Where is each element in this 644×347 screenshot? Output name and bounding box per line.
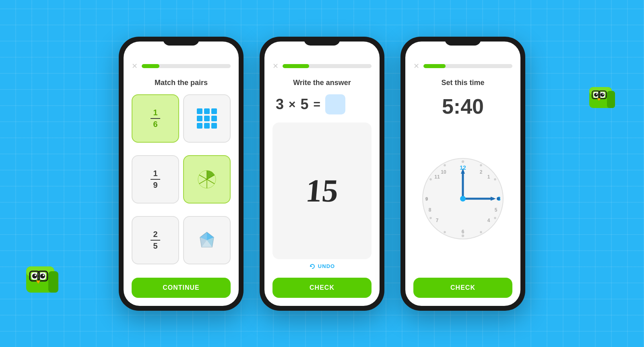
fraction-denominator: 6 bbox=[153, 120, 157, 129]
match-card-fraction-2-5[interactable]: 2 5 bbox=[132, 216, 179, 264]
gem-icon bbox=[197, 230, 217, 250]
close-button[interactable]: ✕ bbox=[272, 62, 279, 71]
dot bbox=[197, 123, 202, 129]
fraction-numerator: 1 bbox=[153, 169, 157, 178]
fraction-display: 1 6 bbox=[151, 108, 160, 129]
duolingo-cube-left bbox=[24, 258, 64, 299]
phone-screen: ✕ Set this time 5:40 bbox=[405, 42, 520, 306]
svg-point-22 bbox=[444, 231, 446, 233]
svg-point-16 bbox=[480, 164, 482, 166]
dot bbox=[197, 108, 202, 114]
svg-point-61 bbox=[596, 94, 597, 95]
match-card-fraction-1-6[interactable]: 1 6 bbox=[132, 94, 179, 143]
screen-title: Set this time bbox=[413, 79, 512, 87]
phone-notch bbox=[304, 37, 340, 46]
fraction-line bbox=[151, 240, 160, 241]
svg-rect-42 bbox=[48, 271, 58, 293]
phone-screen: ✕ Match the pairs 1 6 bbox=[124, 42, 239, 306]
clock-face[interactable]: 12 1 3 4 6 7 9 11 2 10 5 8 bbox=[419, 154, 507, 243]
svg-text:7: 7 bbox=[436, 218, 439, 223]
screen-title: Write the answer bbox=[272, 79, 372, 87]
drawing-area[interactable]: 15 bbox=[272, 123, 372, 259]
phone-content: ✕ Match the pairs 1 6 bbox=[124, 46, 239, 306]
svg-text:9: 9 bbox=[425, 196, 428, 202]
fraction-line bbox=[151, 179, 160, 180]
phone-match-pairs: ✕ Match the pairs 1 6 bbox=[119, 37, 244, 311]
svg-text:2: 2 bbox=[480, 169, 483, 175]
minute-dot-indicator bbox=[497, 197, 500, 200]
phone-set-time: ✕ Set this time 5:40 bbox=[400, 37, 525, 311]
close-button[interactable]: ✕ bbox=[413, 62, 419, 71]
match-card-fraction-1-9[interactable]: 1 9 bbox=[132, 155, 179, 204]
dot bbox=[211, 123, 217, 129]
progress-bar-fill bbox=[142, 64, 159, 68]
svg-marker-13 bbox=[310, 265, 312, 267]
drawn-answer: 15 bbox=[305, 175, 340, 207]
fraction-display: 1 9 bbox=[151, 169, 160, 190]
phone-notch bbox=[445, 37, 481, 46]
svg-point-17 bbox=[494, 179, 496, 180]
dot-grid bbox=[197, 108, 217, 129]
equation-row: 3 × 5 = bbox=[272, 94, 372, 114]
svg-text:6: 6 bbox=[462, 229, 464, 235]
svg-point-21 bbox=[462, 235, 464, 237]
fraction-numerator: 1 bbox=[153, 108, 157, 117]
pie-chart-icon bbox=[197, 169, 217, 189]
svg-point-60 bbox=[601, 93, 605, 97]
svg-text:4: 4 bbox=[487, 218, 490, 223]
svg-point-47 bbox=[35, 274, 36, 276]
dot bbox=[211, 108, 217, 114]
undo-label: UNDO bbox=[318, 263, 335, 269]
phone-notch bbox=[163, 37, 199, 46]
svg-point-45 bbox=[32, 274, 37, 278]
progress-bar-background bbox=[283, 64, 372, 68]
svg-point-25 bbox=[430, 179, 431, 180]
fraction-denominator: 9 bbox=[153, 181, 157, 190]
close-button[interactable]: ✕ bbox=[132, 62, 138, 71]
progress-bar-background bbox=[142, 64, 231, 68]
screen-title: Match the pairs bbox=[132, 79, 231, 87]
cube-mascot-left bbox=[24, 258, 64, 299]
time-display: 5:40 bbox=[413, 94, 512, 118]
fraction-display: 2 5 bbox=[151, 230, 160, 251]
svg-point-26 bbox=[444, 164, 446, 166]
equation-left: 3 bbox=[276, 96, 284, 113]
dot bbox=[204, 123, 210, 129]
equation-right: 5 bbox=[301, 96, 309, 113]
match-card-gem[interactable] bbox=[183, 216, 231, 264]
svg-text:1: 1 bbox=[487, 174, 490, 180]
phone-content: ✕ Set this time 5:40 bbox=[405, 46, 520, 306]
svg-point-23 bbox=[430, 217, 431, 219]
header-bar: ✕ bbox=[272, 62, 372, 71]
match-card-dotgrid[interactable] bbox=[183, 94, 231, 143]
svg-point-62 bbox=[603, 94, 604, 95]
dot bbox=[204, 108, 210, 114]
dot bbox=[197, 116, 202, 121]
undo-row[interactable]: UNDO bbox=[272, 263, 372, 270]
answer-box bbox=[325, 94, 345, 114]
equation-operator: × bbox=[289, 98, 296, 111]
svg-point-15 bbox=[462, 161, 464, 163]
dot bbox=[204, 116, 210, 121]
progress-bar-background bbox=[423, 64, 512, 68]
phone-content: ✕ Write the answer 3 × 5 = 15 bbox=[264, 46, 380, 306]
fraction-numerator: 2 bbox=[153, 230, 157, 239]
check-button[interactable]: CHECK bbox=[413, 278, 512, 298]
progress-bar-fill bbox=[283, 64, 309, 68]
phone-write-answer: ✕ Write the answer 3 × 5 = 15 bbox=[260, 37, 384, 311]
undo-icon bbox=[309, 263, 316, 270]
progress-bar-fill bbox=[423, 64, 446, 68]
svg-text:5: 5 bbox=[495, 207, 497, 213]
svg-point-59 bbox=[594, 93, 598, 97]
continue-button[interactable]: CONTINUE bbox=[132, 278, 231, 298]
match-card-pie[interactable] bbox=[183, 155, 231, 204]
match-grid: 1 6 bbox=[132, 94, 231, 273]
svg-point-19 bbox=[494, 217, 496, 219]
check-button[interactable]: CHECK bbox=[272, 278, 372, 298]
svg-text:11: 11 bbox=[434, 174, 440, 180]
header-bar: ✕ bbox=[413, 62, 512, 71]
svg-point-20 bbox=[480, 231, 482, 233]
svg-point-48 bbox=[43, 274, 44, 276]
svg-rect-56 bbox=[607, 91, 615, 108]
clock-center-dot bbox=[460, 196, 466, 202]
